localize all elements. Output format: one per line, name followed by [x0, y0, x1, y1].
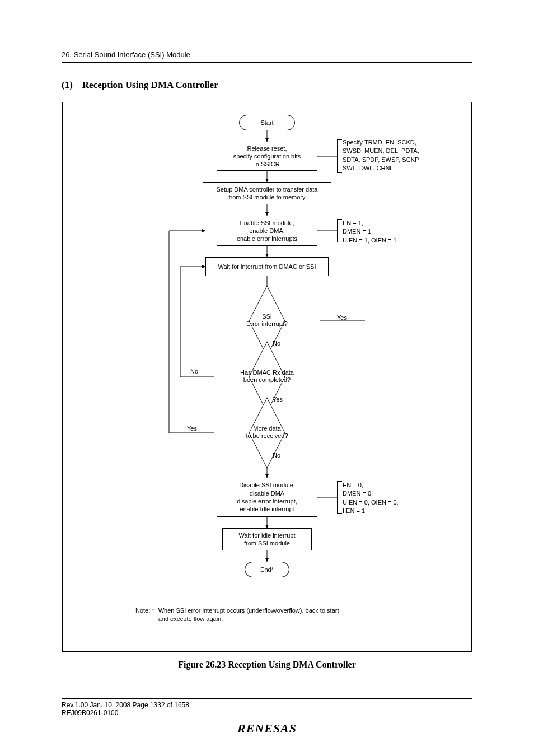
- label-yes-2: Yes: [273, 396, 283, 403]
- flow-release-reset: Release reset, specify configuration bit…: [217, 142, 317, 171]
- figure-caption: Figure 26.23 Reception Using DMA Control…: [62, 660, 472, 670]
- flow-note-text: When SSI error interrupt occurs (underfl…: [158, 606, 339, 624]
- flow-enable-ssi: Enable SSI module, enable DMA, enable er…: [217, 216, 317, 246]
- label-yes-1: Yes: [337, 314, 347, 321]
- flow-setup-dma: Setup DMA controller to transfer data fr…: [203, 182, 331, 204]
- flow-annotation-enable: EN = 1, DMEN = 1, UIEN = 1, OIEN = 1: [343, 219, 455, 245]
- heading-number: (1): [62, 80, 73, 90]
- flow-start: Start: [239, 115, 295, 130]
- page-header: 26. Serial Sound Interface (SSI) Module: [62, 50, 472, 63]
- section-heading: (1) Reception Using DMA Controller: [62, 80, 472, 91]
- flow-disable-ssi: Disable SSI module, disable DMA disable …: [217, 478, 317, 517]
- flow-end: End*: [245, 562, 289, 577]
- label-no-2: No: [190, 368, 198, 375]
- annot-brace-3: [337, 481, 338, 514]
- flowchart-frame: Start Release reset, specify configurati…: [62, 102, 472, 652]
- flow-wait-idle: Wait for idle interrupt from SSI module: [222, 528, 312, 550]
- flow-annotation-config: Specify TRMD, EN, SCKD, SWSD, MUEN, DEL,…: [343, 138, 455, 173]
- flow-annotation-disable: EN = 0, DMEN = 0 UIEN = 0, OIEN = 0, IIE…: [343, 481, 455, 516]
- page: 26. Serial Sound Interface (SSI) Module …: [0, 0, 534, 756]
- flow-note: Note: * When SSI error interrupt occurs …: [135, 606, 449, 624]
- flow-note-label: Note: *: [135, 607, 154, 614]
- annot-brace-2: [337, 219, 338, 242]
- footer-revision: Rev.1.00 Jan. 10, 2008 Page 1332 of 1658: [62, 701, 472, 709]
- brand-logo: RENESAS: [62, 721, 472, 736]
- label-no-1: No: [273, 340, 280, 347]
- flow-wait-interrupt: Wait for interrupt from DMAC or SSI: [205, 257, 329, 276]
- heading-title: Reception Using DMA Controller: [82, 80, 218, 90]
- page-footer: Rev.1.00 Jan. 10, 2008 Page 1332 of 1658…: [62, 698, 472, 736]
- annot-brace-1: [337, 139, 338, 173]
- label-yes-3: Yes: [187, 425, 197, 432]
- footer-docid: REJ09B0261-0100: [62, 709, 472, 717]
- label-no-3: No: [273, 452, 280, 459]
